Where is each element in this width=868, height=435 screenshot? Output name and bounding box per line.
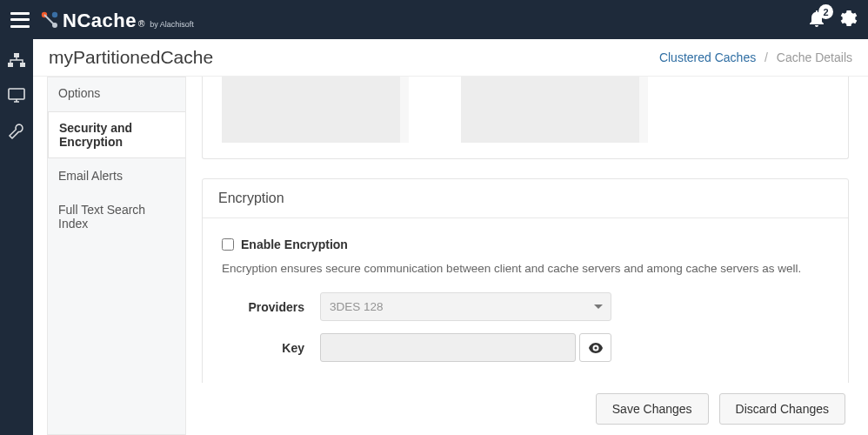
providers-select[interactable]: 3DES 128	[320, 292, 611, 321]
providers-label: Providers	[222, 300, 304, 314]
hamburger-menu-icon[interactable]	[10, 12, 30, 28]
sidebar-item-security-encryption[interactable]: Security and Encryption	[48, 111, 185, 158]
breadcrumb: Clustered Caches / Cache Details	[659, 50, 852, 64]
breadcrumb-parent[interactable]: Clustered Caches	[659, 50, 756, 64]
notification-badge: 2	[818, 4, 833, 19]
gear-icon	[840, 10, 858, 27]
content-scroll[interactable]: Encryption Enable Encryption Encryption …	[202, 77, 849, 383]
rail-monitor-icon[interactable]	[8, 88, 25, 104]
enable-encryption-checkbox[interactable]	[222, 238, 234, 251]
placeholder-box	[222, 77, 409, 143]
rail-tools-icon[interactable]	[8, 123, 25, 140]
save-button[interactable]: Save Changes	[596, 393, 709, 425]
sidebar-item-options[interactable]: Options	[48, 77, 185, 110]
footer-actions: Save Changes Discard Changes	[202, 383, 849, 435]
previous-panel-partial	[202, 77, 849, 159]
svg-point-1	[52, 11, 57, 17]
sidebar-item-fulltext-index[interactable]: Full Text Search Index	[48, 194, 185, 240]
logo-subtitle: by Alachisoft	[150, 20, 194, 29]
eye-icon	[589, 343, 603, 353]
left-rail	[0, 39, 33, 435]
enable-encryption-label[interactable]: Enable Encryption	[241, 238, 348, 251]
settings-button[interactable]	[840, 10, 858, 30]
top-header: NCache ® by Alachisoft 2	[0, 0, 868, 39]
settings-sidebar: Options Security and Encryption Email Al…	[47, 77, 186, 435]
rail-cluster-icon[interactable]	[8, 53, 25, 69]
svg-rect-5	[20, 63, 25, 67]
sidebar-item-label: Options	[58, 86, 100, 100]
svg-rect-6	[9, 89, 24, 99]
sidebar-item-label: Full Text Search Index	[58, 203, 145, 231]
reveal-key-button[interactable]	[579, 333, 611, 362]
logo-text: NCache	[63, 10, 137, 32]
svg-point-7	[594, 346, 597, 349]
encryption-panel: Encryption Enable Encryption Encryption …	[202, 178, 849, 383]
svg-point-2	[52, 23, 57, 28]
notifications-button[interactable]: 2	[809, 10, 825, 30]
svg-rect-4	[8, 63, 13, 67]
key-input[interactable]	[320, 333, 576, 362]
product-logo: NCache ® by Alachisoft	[40, 8, 194, 32]
discard-button[interactable]: Discard Changes	[719, 393, 845, 425]
placeholder-box	[461, 77, 648, 143]
encryption-description: Encryption ensures secure communication …	[222, 262, 829, 275]
sidebar-item-label: Security and Encryption	[59, 121, 132, 149]
breadcrumb-current: Cache Details	[777, 50, 852, 64]
sidebar-item-label: Email Alerts	[58, 169, 123, 183]
page-subheader: myPartitionedCache Clustered Caches / Ca…	[33, 39, 868, 77]
panel-title: Encryption	[203, 179, 848, 218]
page-title: myPartitionedCache	[49, 47, 213, 68]
svg-rect-3	[14, 53, 19, 57]
logo-icon	[40, 10, 59, 30]
sidebar-item-email-alerts[interactable]: Email Alerts	[48, 160, 185, 192]
key-label: Key	[222, 341, 304, 355]
